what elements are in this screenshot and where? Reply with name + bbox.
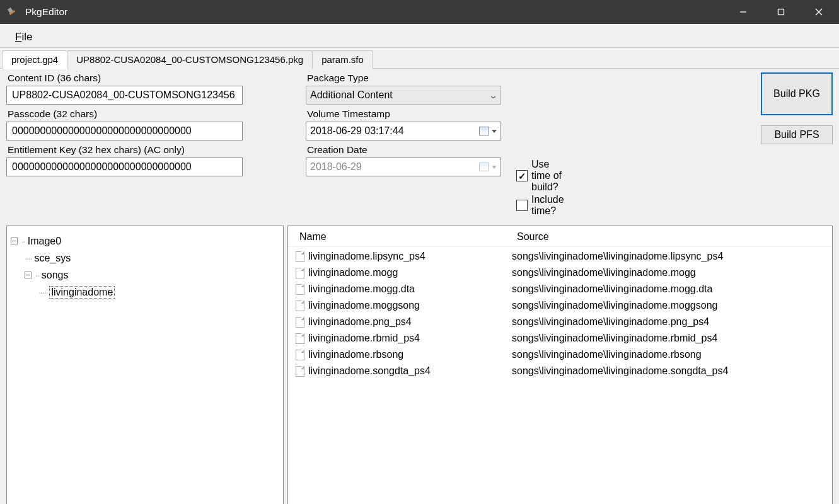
- maximize-button[interactable]: [762, 0, 800, 24]
- column-header-name[interactable]: Name: [299, 231, 517, 243]
- file-source: songs\livinginadome\livinginadome.moggso…: [512, 300, 826, 311]
- tree-node-livinginadome[interactable]: livinginadome: [50, 287, 114, 298]
- volume-timestamp-value: 2018-06-29 03:17:44: [310, 125, 404, 137]
- tree-toggle-icon[interactable]: [11, 238, 18, 244]
- package-type-label: Package Type: [307, 72, 520, 84]
- file-name: livinginadome.mogg: [308, 267, 398, 278]
- tree-connector-icon: ·····: [38, 287, 47, 297]
- file-source: songs\livinginadome\livinginadome.rbsong: [512, 349, 826, 360]
- file-icon: [296, 284, 304, 295]
- tab-param-sfo[interactable]: param.sfo: [312, 50, 373, 69]
- passcode-input[interactable]: [6, 122, 243, 140]
- file-name: livinginadome.mogg.dta: [308, 284, 415, 295]
- file-name: livinginadome.songdta_ps4: [308, 365, 431, 377]
- content-id-label: Content ID (36 chars): [8, 72, 293, 84]
- tree-pane[interactable]: ·· Image0 ···· sce_sys ·· son: [6, 226, 284, 504]
- file-list-pane[interactable]: Name Source livinginadome.lipsync_ps4son…: [287, 226, 833, 504]
- svg-rect-3: [778, 9, 784, 15]
- tree-node-songs[interactable]: songs: [42, 270, 69, 281]
- file-list-row[interactable]: livinginadome.rbmid_ps4songs\livinginado…: [294, 330, 826, 346]
- use-time-of-build-label: Use time of build?: [531, 159, 564, 193]
- creation-date-label: Creation Date: [307, 144, 520, 156]
- tab-pkg[interactable]: UP8802-CUSA02084_00-CUSTOMSONG123456.pkg: [67, 50, 313, 69]
- include-time-checkbox[interactable]: [516, 200, 528, 211]
- tree-node-image0[interactable]: Image0: [28, 236, 61, 247]
- calendar-icon: [479, 127, 489, 135]
- creation-date-value: 2018-06-29: [310, 161, 362, 173]
- titlebar: PkgEditor: [0, 0, 839, 24]
- tree-connector-icon: ··: [21, 236, 25, 246]
- app-icon: [6, 6, 19, 18]
- file-list-row[interactable]: livinginadome.moggsongsongs\livinginadom…: [294, 297, 826, 314]
- chevron-down-icon: ⌄: [489, 91, 498, 100]
- form-area: Content ID (36 chars) Passcode (32 chars…: [0, 68, 839, 223]
- file-list-row[interactable]: livinginadome.mogg.dtasongs\livinginadom…: [294, 281, 826, 297]
- volume-timestamp-label: Volume Timestamp: [307, 108, 520, 120]
- file-name: livinginadome.png_ps4: [308, 316, 412, 328]
- use-time-of-build-checkbox[interactable]: [516, 170, 528, 181]
- package-type-value: Additional Content: [310, 89, 393, 101]
- passcode-value[interactable]: [11, 125, 238, 137]
- app-title: PkgEditor: [25, 6, 67, 18]
- include-time-row[interactable]: Include time?: [516, 194, 564, 217]
- window-controls: [724, 0, 838, 24]
- use-time-of-build-row[interactable]: Use time of build?: [516, 159, 564, 193]
- file-name: livinginadome.moggsong: [308, 300, 420, 311]
- tab-bar: project.gp4 UP8802-CUSA02084_00-CUSTOMSO…: [0, 48, 839, 68]
- tab-project-gp4[interactable]: project.gp4: [2, 50, 67, 69]
- column-header-source[interactable]: Source: [517, 231, 826, 243]
- tree-connector-icon: ····: [25, 253, 32, 263]
- content-id-input[interactable]: [6, 86, 243, 105]
- lower-split: ·· Image0 ···· sce_sys ·· son: [0, 223, 839, 504]
- file-list-row[interactable]: livinginadome.rbsongsongs\livinginadome\…: [294, 346, 826, 363]
- file-icon: [296, 350, 304, 360]
- tree-toggle-icon[interactable]: [25, 272, 32, 278]
- file-source: songs\livinginadome\livinginadome.mogg: [512, 267, 826, 278]
- entitlement-key-label: Entitlement Key (32 hex chars) (AC only): [8, 144, 293, 156]
- entitlement-key-value[interactable]: [11, 161, 238, 173]
- entitlement-key-input[interactable]: [6, 158, 243, 176]
- file-name: livinginadome.rbmid_ps4: [308, 333, 420, 344]
- file-icon: [296, 301, 304, 311]
- package-type-select[interactable]: Additional Content ⌄: [306, 86, 501, 105]
- volume-timestamp-input[interactable]: 2018-06-29 03:17:44: [306, 122, 501, 140]
- dropdown-arrow-icon: [492, 130, 497, 133]
- menubar: File: [0, 24, 839, 48]
- close-button[interactable]: [800, 0, 838, 24]
- file-list-row[interactable]: livinginadome.png_ps4songs\livinginadome…: [294, 314, 826, 330]
- minimize-button[interactable]: [724, 0, 762, 24]
- file-source: songs\livinginadome\livinginadome.png_ps…: [512, 316, 826, 328]
- file-source: songs\livinginadome\livinginadome.songdt…: [512, 365, 826, 377]
- passcode-label: Passcode (32 chars): [8, 108, 293, 120]
- menu-file[interactable]: File: [10, 27, 37, 47]
- include-time-label: Include time?: [531, 194, 564, 217]
- file-list-row[interactable]: livinginadome.lipsync_ps4songs\livingina…: [294, 248, 826, 265]
- file-icon: [296, 333, 304, 344]
- file-list-row[interactable]: livinginadome.songdta_ps4songs\livingina…: [294, 363, 826, 379]
- file-source: songs\livinginadome\livinginadome.mogg.d…: [512, 284, 826, 295]
- file-list-header: Name Source: [288, 226, 832, 247]
- file-source: songs\livinginadome\livinginadome.lipsyn…: [512, 251, 826, 262]
- creation-date-input: 2018-06-29: [306, 158, 501, 176]
- build-pfs-button[interactable]: Build PFS: [761, 125, 833, 144]
- file-source: songs\livinginadome\livinginadome.rbmid_…: [512, 333, 826, 344]
- file-name: livinginadome.lipsync_ps4: [308, 251, 425, 262]
- file-icon: [296, 268, 304, 278]
- file-icon: [296, 251, 304, 262]
- content-id-value[interactable]: [11, 89, 238, 101]
- file-icon: [296, 366, 304, 377]
- build-pkg-button[interactable]: Build PKG: [761, 72, 833, 115]
- tree-connector-icon: ··: [35, 270, 39, 280]
- dropdown-arrow-icon: [492, 166, 497, 169]
- tree-node-sce-sys[interactable]: sce_sys: [35, 253, 71, 264]
- file-list-row[interactable]: livinginadome.moggsongs\livinginadome\li…: [294, 265, 826, 281]
- file-name: livinginadome.rbsong: [308, 349, 403, 360]
- calendar-icon: [479, 163, 489, 171]
- file-icon: [296, 317, 304, 328]
